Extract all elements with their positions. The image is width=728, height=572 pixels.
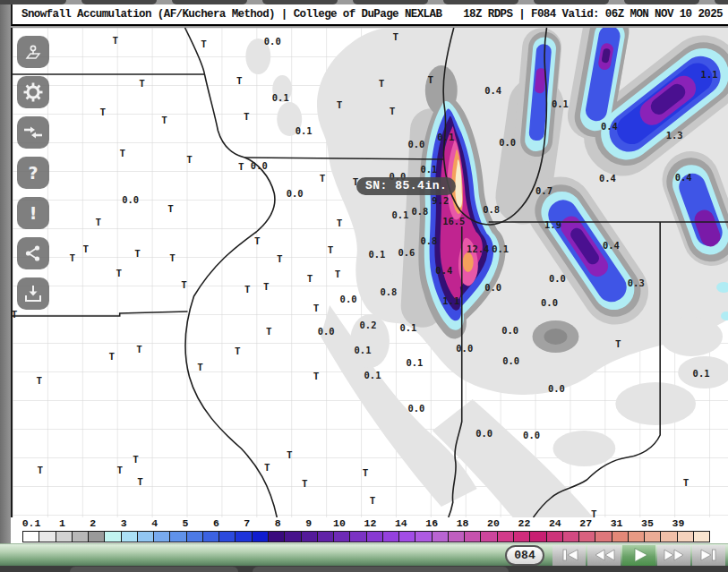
alert-button[interactable]: ! [17,197,49,229]
colorbar-tick: 2 [90,517,96,529]
svg-text:T: T [82,243,89,255]
svg-text:0.3: 0.3 [628,277,645,288]
colorbar-cell [39,531,56,542]
svg-text:0.4: 0.4 [601,121,618,132]
svg-text:0.0: 0.0 [475,428,492,439]
svg-text:0.0: 0.0 [318,326,335,337]
svg-text:0.0: 0.0 [499,137,516,148]
help-button[interactable]: ? [17,157,49,189]
svg-text:T: T [136,344,142,355]
svg-text:0.8: 0.8 [411,206,428,217]
colorbar-tick: 39 [672,517,684,529]
colorbar-cell [333,531,350,542]
svg-text:T: T [37,375,43,387]
svg-text:T: T [186,154,193,166]
svg-text:0.8: 0.8 [420,235,437,246]
settings-button[interactable] [17,76,49,108]
svg-text:0.0: 0.0 [264,36,281,47]
svg-text:0.0: 0.0 [501,325,518,336]
svg-text:T: T [591,508,597,517]
map-toolbar: ? ! [17,36,49,318]
bottom-cutoff-button[interactable] [70,567,238,572]
svg-text:T: T [313,371,320,382]
playback-controls: 084 [0,543,728,566]
colorbar-tick: 8 [275,517,281,529]
colorbar-tick: 24 [549,517,561,529]
colorbar-cell [153,531,170,542]
colorbar-cell [628,531,645,542]
svg-text:T: T [116,268,122,279]
play-icon [627,547,652,563]
colorbar-tick: 27 [579,517,592,529]
share-button[interactable] [17,237,49,269]
svg-text:0.1: 0.1 [420,164,437,175]
colorbar-cell [415,531,432,542]
bottom-cutoff-panels [0,566,728,572]
skip-to-start-button[interactable] [552,545,586,566]
svg-text:0.0: 0.0 [548,383,565,394]
compare-button[interactable] [17,116,49,149]
svg-text:0.1: 0.1 [272,92,289,103]
svg-text:T: T [95,217,101,228]
colorbar-cell [218,531,236,542]
colorbar-cell [612,531,629,542]
weather-map-canvas[interactable]: TT0.0TTTTT0.1TTTT0.1T0.40.10.41.11.3TTT0… [13,28,728,517]
svg-text:0.4: 0.4 [435,265,452,276]
frame-number-input[interactable]: 084 [505,545,544,566]
skip-to-start-icon [557,548,582,562]
svg-text:T: T [254,235,261,247]
svg-text:0.0: 0.0 [549,273,566,284]
colorbar-tick: 5 [183,517,189,529]
skip-to-end-button[interactable] [692,545,725,566]
colorbar-cell [382,531,399,542]
svg-text:T: T [38,465,44,476]
colorbar-cell [398,531,415,542]
play-button[interactable] [622,545,655,566]
download-button[interactable] [17,277,49,310]
svg-text:T: T [277,253,283,265]
svg-text:T: T [244,111,250,123]
svg-text:T: T [235,346,241,357]
rewind-icon [592,548,617,562]
svg-text:T: T [307,273,313,285]
svg-text:0.0: 0.0 [456,343,473,354]
svg-text:T: T [266,326,272,337]
colorbar-cell [317,531,334,542]
bottom-cutoff-button[interactable] [253,567,509,572]
svg-text:T: T [320,173,326,184]
fast-forward-button[interactable] [657,545,690,566]
rewind-button[interactable] [587,545,621,566]
svg-text:T: T [116,465,123,476]
colorbar-tick: 7 [244,517,250,529]
map-marker-button[interactable] [17,36,49,68]
svg-text:T: T [615,338,621,350]
svg-text:0.6: 0.6 [398,247,415,258]
svg-text:0.1: 0.1 [295,125,313,136]
svg-text:12.4: 12.4 [467,243,489,254]
svg-text:1.3: 1.3 [666,130,683,141]
colorbar-tick: 4 [151,517,158,529]
svg-text:T: T [238,161,244,173]
page-title: Snowfall Accumulation (AF/Kuchera Method… [21,8,441,21]
fast-forward-icon [662,548,687,562]
svg-text:0.1: 0.1 [492,243,509,254]
svg-text:0.0: 0.0 [541,297,558,308]
svg-text:0.0: 0.0 [287,188,304,199]
svg-text:0.0: 0.0 [523,430,540,440]
svg-text:1.9: 1.9 [544,219,561,230]
svg-text:T: T [390,106,396,117]
svg-text:0.1: 0.1 [364,370,381,380]
colorbar-cell [432,531,449,542]
exclamation-icon: ! [30,205,38,222]
colorbar-tick: 9 [305,517,312,529]
colorbar-tick: 16 [425,517,438,529]
svg-text:0.0: 0.0 [340,294,357,304]
colorbar-tick: 18 [457,517,469,529]
svg-text:0.4: 0.4 [599,173,616,184]
svg-text:0.4: 0.4 [484,85,501,96]
svg-text:T: T [161,115,167,126]
colorbar-cell [546,531,563,542]
colorbar-cell [349,531,366,542]
svg-text:0.0: 0.0 [407,139,424,149]
svg-text:1.1: 1.1 [701,69,718,80]
